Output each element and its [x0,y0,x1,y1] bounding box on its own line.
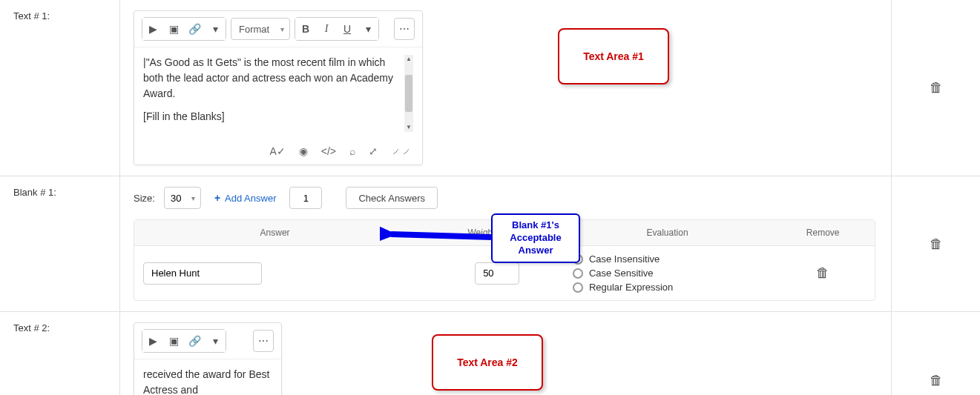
editor-body[interactable]: |"As Good as It Gets" is the most recent… [134,47,422,139]
more-dropdown-icon[interactable]: ▾ [205,18,226,40]
annotation-acceptable-answer: Blank #1's Acceptable Answer [491,213,580,263]
italic-icon[interactable]: I [316,18,337,40]
editor-content-line: [Fill in the Blanks] [143,109,400,125]
preview-icon[interactable]: ⌕ [349,145,355,157]
editor-footer: A✓ ◉ </> ⌕ ⤢ ⟋⟋ [134,139,422,165]
camera-icon[interactable]: ▣ [163,18,184,40]
editor-toolbar: ▶ ▣ 🔗 ▾ ⋯ [134,323,281,359]
underline-icon[interactable]: U [337,18,358,40]
bold-icon[interactable]: B [295,18,316,40]
spellcheck-icon[interactable]: A✓ [269,145,285,157]
radio-icon [573,282,583,293]
col-head-remove: Remove [771,220,875,245]
col-head-answer: Answer [134,220,415,245]
editor-text-area[interactable]: |"As Good as It Gets" is the most recent… [143,55,400,132]
editor-text-area[interactable]: received the award for Best Actress and [143,367,272,395]
editor-content-line: |"As Good as It Gets" is the most recent… [143,55,400,102]
add-answer-label: Add Answer [225,193,276,204]
text-1-label: Text # 1: [0,0,120,176]
editor-body[interactable]: received the award for Best Actress and [134,359,281,395]
scroll-down-icon[interactable]: ▼ [406,125,412,130]
eval-cell: Case Insensitive Case Sensitive Regular … [564,246,771,300]
editor-toolbar: ▶ ▣ 🔗 ▾ Format B I U ▾ ⋯ [134,11,422,47]
text-2-section: Text # 2: ▶ ▣ 🔗 ▾ ⋯ received the award f… [0,312,980,395]
play-icon[interactable]: ▶ [142,18,163,40]
more-dropdown-icon[interactable]: ▾ [205,330,226,352]
check-answers-button[interactable]: Check Answers [346,187,438,209]
delete-col: 🗑 [891,312,980,395]
eval-options: Case Insensitive Case Sensitive Regular … [573,253,762,293]
format-select-wrap[interactable]: Format [231,18,290,40]
remove-cell: 🗑 [771,258,875,288]
answer-input[interactable] [143,262,262,285]
text-2-editor: ▶ ▣ 🔗 ▾ ⋯ received the award for Best Ac… [134,322,282,395]
col-head-evaluation: Evaluation [564,220,771,245]
style-dropdown-icon[interactable]: ▾ [358,18,378,40]
code-icon[interactable]: </> [321,145,336,157]
resize-icon[interactable]: ⟋⟋ [391,145,412,157]
ellipsis-icon[interactable]: ⋯ [394,18,415,40]
weight-input[interactable] [475,262,519,285]
callout-text-area-1: Text Area #1 [558,28,669,84]
answer-count-input[interactable] [289,187,322,209]
add-answer-button[interactable]: + Add Answer [210,192,281,204]
fullscreen-icon[interactable]: ⤢ [369,145,378,157]
text-2-label: Text # 2: [0,312,120,395]
text-1-editor: ▶ ▣ 🔗 ▾ Format B I U ▾ ⋯ [134,10,423,165]
ellipsis-icon[interactable]: ⋯ [253,330,274,352]
trash-icon[interactable]: 🗑 [930,80,943,96]
size-select-wrap[interactable] [164,187,201,209]
text-2-content: ▶ ▣ 🔗 ▾ ⋯ received the award for Best Ac… [120,312,891,395]
eval-option-regex[interactable]: Regular Expression [573,282,762,293]
format-select[interactable]: Format [231,18,290,40]
accessibility-icon[interactable]: ◉ [299,145,308,157]
text-1-content: ▶ ▣ 🔗 ▾ Format B I U ▾ ⋯ [120,0,891,176]
style-group: B I U ▾ [295,17,379,41]
eval-option-case-insensitive[interactable]: Case Insensitive [573,253,762,265]
camera-icon[interactable]: ▣ [163,330,184,352]
eval-label: Case Insensitive [589,253,660,265]
text-1-section: Text # 1: ▶ ▣ 🔗 ▾ Format B I U [0,0,980,176]
blank-1-section: Blank # 1: Size: + Add Answer Check Answ… [0,176,980,312]
plus-icon: + [214,192,220,204]
delete-col: 🗑 [891,176,980,311]
media-group: ▶ ▣ 🔗 ▾ [142,329,226,353]
size-select[interactable] [164,187,201,209]
scroll-thumb[interactable] [405,75,412,112]
eval-option-case-sensitive[interactable]: Case Sensitive [573,268,762,279]
scroll-up-icon[interactable]: ▲ [406,56,412,62]
editor-content-line: received the award for Best Actress and [143,367,272,395]
delete-col: 🗑 [891,0,980,176]
media-group: ▶ ▣ 🔗 ▾ [142,17,226,41]
answer-cell [134,255,415,292]
link-icon[interactable]: 🔗 [184,330,205,352]
trash-icon[interactable]: 🗑 [816,265,829,280]
link-icon[interactable]: 🔗 [184,18,205,40]
blank-1-label: Blank # 1: [0,176,120,311]
eval-label: Regular Expression [589,282,673,293]
callout-text-area-2: Text Area #2 [432,334,543,391]
radio-icon [573,268,583,279]
play-icon[interactable]: ▶ [142,330,163,352]
size-label: Size: [134,193,155,204]
eval-label: Case Sensitive [589,268,654,279]
blank-1-content: Size: + Add Answer Check Answers Answer … [120,176,891,311]
trash-icon[interactable]: 🗑 [930,373,943,388]
blank-controls: Size: + Add Answer Check Answers [134,187,878,209]
editor-scrollbar[interactable]: ▲ ▼ [404,55,413,132]
trash-icon[interactable]: 🗑 [930,236,943,252]
